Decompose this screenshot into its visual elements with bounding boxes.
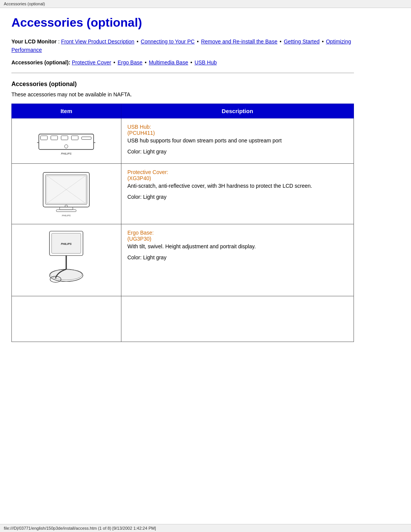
table-header-row: Item Description (12, 104, 354, 118)
usb-hub-image: PHILIPS (32, 124, 100, 158)
ergo-base-image: PHILIPS (36, 230, 97, 291)
usb-title-text: USB Hub: (127, 124, 151, 130)
ergo-desc-body: With tilt, swivel. Height adjustment and… (127, 243, 347, 251)
usb-subtitle-text: (PCUH411) (127, 130, 155, 136)
ergo-title-text: Ergo Base: (127, 230, 154, 236)
svg-point-17 (65, 205, 68, 207)
acc-bullet-2: • (145, 59, 148, 66)
acc-link-multimedia-base[interactable]: Multimedia Base (149, 59, 188, 66)
nav-link-front-view[interactable]: Front View Product Description (61, 38, 134, 45)
svg-rect-1 (41, 136, 48, 140)
acc-bullet-3: • (190, 59, 194, 66)
nav-links: Your LCD Monitor : Front View Product De… (11, 37, 354, 54)
bullet-3: • (280, 38, 283, 45)
breadcrumb: Accessories (optional) (0, 0, 411, 8)
svg-point-24 (51, 270, 82, 280)
desc-cell-usb: USB Hub: (PCUH411) USB hub supports four… (121, 118, 354, 164)
header-description: Description (121, 104, 354, 118)
usb-title: USB Hub: (PCUH411) (127, 124, 347, 136)
ergo-subtitle-text: (UG3P30) (127, 236, 151, 242)
svg-rect-0 (39, 134, 94, 150)
svg-rect-4 (72, 136, 78, 140)
desc-cell-mm (121, 296, 354, 342)
acc-link-protective-cover[interactable]: Protective Cover (72, 59, 111, 66)
desc-cell-cover: Protective Cover: (XG3P40) Anti-scratch,… (121, 164, 354, 224)
nav-link-remove[interactable]: Remove and Re-install the Base (201, 38, 277, 45)
nav-link-getting-started[interactable]: Getting Started (284, 38, 320, 45)
accessories-table: Item Description PHILIPS (11, 104, 354, 342)
svg-point-6 (65, 145, 68, 148)
bullet-4: • (322, 38, 325, 45)
svg-rect-15 (60, 207, 73, 210)
cover-title-text: Protective Cover: (127, 169, 168, 175)
bullet-2: • (197, 38, 200, 45)
desc-cell-ergo: Ergo Base: (UG3P30) With tilt, swivel. H… (121, 224, 354, 296)
breadcrumb-text: Accessories (optional) (4, 2, 45, 6)
table-row: PHILIPS USB Hub: (PCUH411) USB hub suppo… (12, 118, 354, 164)
nav-link-connecting[interactable]: Connecting to Your PC (141, 38, 195, 45)
svg-rect-5 (82, 137, 91, 139)
table-row: PHILIPS Protective Cover: (XG3P40) Anti-… (12, 164, 354, 224)
ergo-title: Ergo Base: (UG3P30) (127, 230, 347, 242)
svg-text:PHILIPS: PHILIPS (61, 152, 72, 155)
accessories-nav: Accessories (optional): Protective Cover… (11, 58, 354, 67)
cover-color: Color: Light gray (127, 194, 347, 200)
svg-text:PHILIPS: PHILIPS (61, 242, 72, 246)
svg-rect-3 (61, 136, 68, 140)
main-content: Accessories (optional) Your LCD Monitor … (0, 8, 365, 350)
header-item: Item (12, 104, 121, 118)
page-title: Accessories (optional) (11, 16, 354, 30)
item-cell-cover: PHILIPS (12, 164, 121, 224)
section-divider (11, 73, 354, 73)
protective-cover-image: PHILIPS (36, 169, 97, 219)
acc-link-ergo-base[interactable]: Ergo Base (118, 59, 142, 66)
svg-rect-2 (51, 136, 58, 140)
table-row (12, 296, 354, 342)
intro-text: These accessories may not be available i… (11, 91, 354, 97)
usb-color: Color: Light gray (127, 149, 347, 155)
item-cell-ergo: PHILIPS (12, 224, 121, 296)
acc-link-usb-hub[interactable]: USB Hub (194, 59, 217, 66)
usb-desc-body: USB hub supports four down stream ports … (127, 137, 347, 145)
svg-text:PHILIPS: PHILIPS (62, 214, 71, 217)
cover-title: Protective Cover: (XG3P40) (127, 169, 347, 181)
your-lcd-monitor-label: Your LCD Monitor (11, 38, 57, 45)
ergo-color: Color: Light gray (127, 254, 347, 260)
table-row: PHILIPS Ergo Base: (UG3P30) (12, 224, 354, 296)
acc-bullet-1: • (113, 59, 117, 66)
section-heading: Accessories (optional) (11, 81, 354, 88)
svg-rect-16 (56, 210, 76, 212)
item-cell-mm (12, 296, 121, 342)
bullet-1: • (137, 38, 140, 45)
accessories-nav-label: Accessories (optional): (11, 59, 70, 66)
item-cell-usb: PHILIPS (12, 118, 121, 164)
cover-desc-body: Anti-scratch, anti-reflective cover, wit… (127, 182, 347, 190)
cover-subtitle-text: (XG3P40) (127, 175, 151, 181)
